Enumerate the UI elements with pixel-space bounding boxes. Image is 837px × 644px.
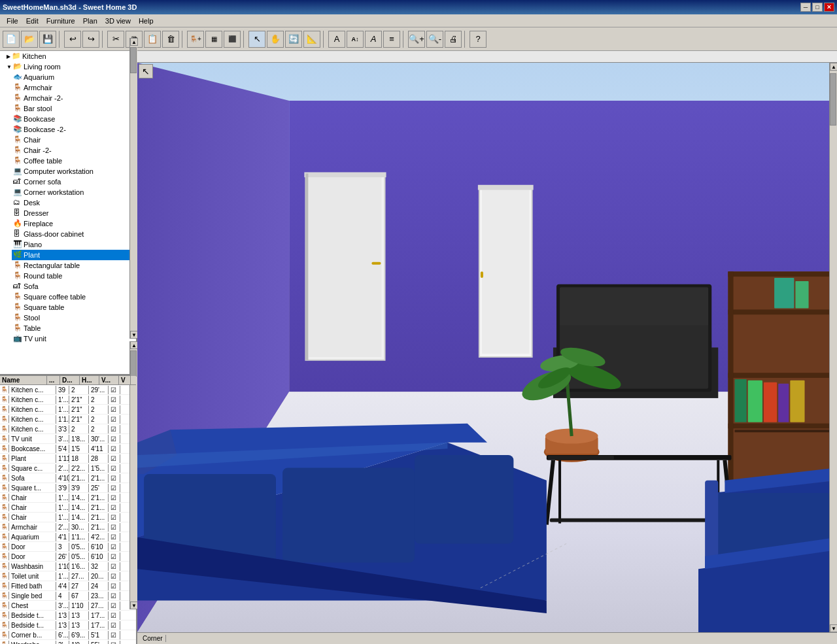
tree-item-bookcase2[interactable]: 📚 Bookcase -2-: [12, 124, 136, 135]
prop-v[interactable]: ☑: [109, 582, 120, 590]
prop-row[interactable]: 🪑 Chest 3'... 1'10 27... ☑: [0, 601, 136, 611]
scroll-thumb[interactable]: [130, 47, 137, 73]
3d-view[interactable]: ↖: [137, 63, 837, 632]
tree-item-chair2[interactable]: 🪑 Chair -2-: [12, 145, 136, 156]
pan-tool[interactable]: ✋: [267, 31, 284, 48]
tree-item-fireplace[interactable]: 🔥 Fireplace: [12, 218, 136, 229]
prop-row[interactable]: 🪑 Chair 1'... 1'4... 2'1... ☑: [0, 513, 136, 522]
prop-v[interactable]: ☑: [109, 611, 120, 620]
prop-row[interactable]: 🪑 Chair 1'... 1'4... 2'1... ☑: [0, 493, 136, 503]
tree-item-glassdoorcabinet[interactable]: 🗄 Glass-door cabinet: [12, 229, 136, 239]
tree-item-livingroom[interactable]: ▼ 📂 Living room: [5, 61, 136, 72]
expand-kitchen-icon[interactable]: ▶: [7, 54, 10, 59]
rotate-tool[interactable]: 🔄: [285, 31, 302, 48]
maximize-button[interactable]: □: [812, 3, 823, 12]
prop-v[interactable]: ☑: [109, 621, 120, 630]
tree-item-barstool[interactable]: 🪑 Bar stool: [12, 103, 136, 114]
prop-row[interactable]: 🪑 Kitchen c... 3'3 2 2 ☑: [0, 424, 136, 434]
tree-item-plant[interactable]: 🌿 Plant: [12, 250, 136, 260]
prop-v[interactable]: ☑: [109, 641, 120, 645]
navigation-button[interactable]: ↖: [139, 64, 153, 78]
tree-item-sofa[interactable]: 🛋 Sofa: [12, 281, 136, 292]
prop-row[interactable]: 🪑 Armchair 2'... 30... 2'1... ☑: [0, 522, 136, 532]
prop-v[interactable]: ☑: [109, 572, 120, 581]
menu-help[interactable]: Help: [135, 16, 158, 26]
props-scroll-thumb[interactable]: [130, 350, 137, 377]
add-furniture-button[interactable]: 🪑+: [187, 31, 204, 48]
redo-button[interactable]: ↪: [82, 31, 99, 48]
add-wall-button[interactable]: ▦: [205, 31, 222, 48]
prop-row[interactable]: 🪑 Fitted bath 4'4 27 24 ☑: [0, 581, 136, 591]
menu-3dview[interactable]: 3D view: [101, 16, 135, 26]
tree-item-armchair2[interactable]: 🪑 Armchair -2-: [12, 93, 136, 103]
prop-v[interactable]: ☑: [109, 543, 120, 551]
prop-row[interactable]: 🪑 Kitchen c... 1'... 2'1" 2 ☑: [0, 405, 136, 415]
prop-v[interactable]: ☑: [109, 562, 120, 571]
zoom-in-button[interactable]: 🔍+: [408, 31, 425, 48]
tree-item-armchair[interactable]: 🪑 Armchair: [12, 82, 136, 93]
select-tool[interactable]: ↖: [248, 31, 265, 48]
tree-item-coffeetable[interactable]: 🪑 Coffee table: [12, 156, 136, 166]
prop-row[interactable]: 🪑 Bedside t... 1'3 1'3 1'7... ☑: [0, 611, 136, 620]
delete-button[interactable]: 🗑: [162, 31, 179, 48]
tree-item-stool[interactable]: 🪑 Stool: [12, 313, 136, 323]
tree-item-roundtable[interactable]: 🪑 Round table: [12, 271, 136, 281]
tree-item-tvunit[interactable]: 📺 TV unit: [12, 333, 136, 344]
menu-edit[interactable]: Edit: [22, 16, 43, 26]
prop-v[interactable]: ☑: [109, 513, 120, 522]
prop-v[interactable]: ☑: [109, 396, 120, 404]
properties-table[interactable]: Name ... D... H... V... V 🪑 Kitchen c...…: [0, 376, 136, 644]
view3d-scroll-down[interactable]: ▼: [830, 624, 837, 632]
view3d-scroll-up[interactable]: ▲: [830, 63, 837, 71]
menu-furniture[interactable]: Furniture: [43, 16, 79, 26]
prop-row[interactable]: 🪑 Washbasin 1'10 1'6... 32 ☑: [0, 562, 136, 571]
prop-v[interactable]: ☑: [109, 503, 120, 512]
prop-row[interactable]: 🪑 Square c... 2'... 2'2... 1'5... ☑: [0, 464, 136, 473]
open-button[interactable]: 📂: [21, 31, 38, 48]
prop-v[interactable]: ☑: [109, 631, 120, 639]
prop-v[interactable]: ☑: [109, 523, 120, 532]
prop-v[interactable]: ☑: [109, 602, 120, 610]
prop-v[interactable]: ☑: [109, 494, 120, 502]
paste-button[interactable]: 📋: [144, 31, 161, 48]
tree-view[interactable]: ▶ 📁 Kitchen ▼ 📂 Living room 🐟 Aquarium 🪑…: [0, 51, 136, 376]
prop-v[interactable]: ☑: [109, 464, 120, 473]
prop-v[interactable]: ☑: [109, 552, 120, 561]
prop-row[interactable]: 🪑 Bedside t... 1'3 1'3 1'7... ☑: [0, 620, 136, 630]
menu-file[interactable]: File: [3, 16, 22, 26]
prop-row[interactable]: 🪑 Chair 1'... 1'4... 2'1... ☑: [0, 503, 136, 513]
tree-item-squarecoffeetable[interactable]: 🪑 Square coffee table: [12, 292, 136, 302]
prop-row[interactable]: 🪑 Plant 1'11 18 28 ☑: [0, 454, 136, 464]
prop-row[interactable]: 🪑 Sofa 4'10 2'1... 2'1... ☑: [0, 473, 136, 483]
tree-item-cornerworkstation[interactable]: 💻 Corner workstation: [12, 187, 136, 197]
prop-v[interactable]: ☑: [109, 425, 120, 433]
prop-row[interactable]: 🪑 Single bed 4 67 23... ☑: [0, 591, 136, 601]
scroll-up-arrow[interactable]: ▲: [130, 38, 138, 46]
prop-row[interactable]: 🪑 Door 3 0'5... 6'10 ☑: [0, 542, 136, 552]
prop-row[interactable]: 🪑 Kitchen c... 1'1... 2'1" 2 ☑: [0, 415, 136, 424]
text-style-button[interactable]: A: [365, 31, 382, 48]
text-size-button[interactable]: A↕: [347, 31, 364, 48]
prop-v[interactable]: ☑: [109, 454, 120, 463]
prop-row[interactable]: 🪑 Aquarium 4'1 1'1... 4'2... ☑: [0, 532, 136, 542]
tree-item-bookcase[interactable]: 📚 Bookcase: [12, 114, 136, 124]
prop-v[interactable]: ☑: [109, 386, 120, 394]
prop-v[interactable]: ☑: [109, 445, 120, 453]
prop-row[interactable]: 🪑 Toilet unit 1'... 27... 20... ☑: [0, 571, 136, 581]
prop-v[interactable]: ☑: [109, 435, 120, 443]
menu-plan[interactable]: Plan: [79, 16, 101, 26]
undo-button[interactable]: ↩: [64, 31, 81, 48]
prop-v[interactable]: ☑: [109, 415, 120, 424]
prop-row[interactable]: 🪑 Kitchen c... 1'... 2'1" 2 ☑: [0, 395, 136, 405]
tree-item-rectangulartable[interactable]: 🪑 Rectangular table: [12, 260, 136, 271]
view3d-scroll-thumb[interactable]: [830, 73, 836, 126]
close-button[interactable]: ✕: [824, 3, 834, 12]
prop-v[interactable]: ☑: [109, 405, 120, 414]
tree-item-chair[interactable]: 🪑 Chair: [12, 135, 136, 145]
prop-row[interactable]: 🪑 Kitchen c... 39 2 29'... ☑: [0, 385, 136, 395]
prop-v[interactable]: ☑: [109, 474, 120, 483]
measure-tool[interactable]: 📐: [303, 31, 320, 48]
add-room-button[interactable]: ⬛: [224, 31, 241, 48]
prop-row[interactable]: 🪑 Bookcase... 5'4 1'5 4'11 ☑: [0, 444, 136, 454]
prop-v[interactable]: ☑: [109, 484, 120, 492]
